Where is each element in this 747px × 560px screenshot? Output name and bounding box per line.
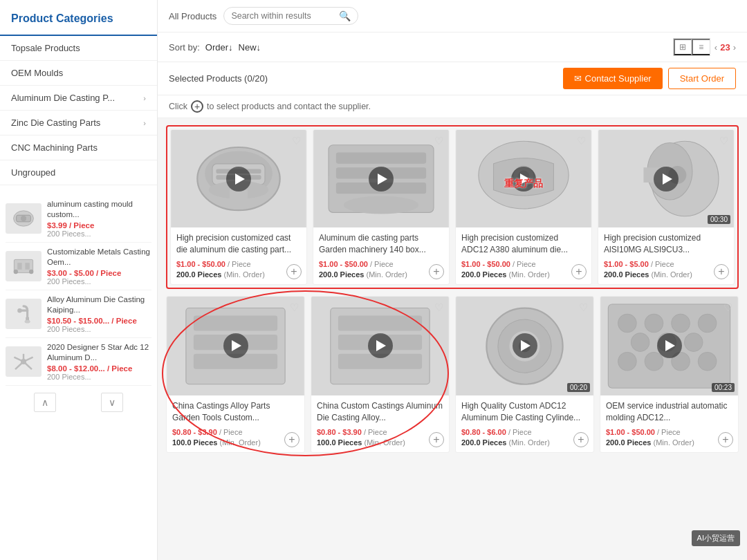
product-image: ♡ bbox=[311, 297, 449, 395]
chevron-right-icon: › bbox=[143, 119, 146, 127]
search-icon[interactable]: 🔍 bbox=[339, 10, 351, 21]
play-button[interactable] bbox=[226, 167, 251, 192]
product-row-2-wrapper: ♡ China Castings Alloy Parts Garden Tool… bbox=[166, 296, 739, 453]
svg-point-67 bbox=[698, 352, 716, 370]
video-duration: 00:23 bbox=[712, 383, 735, 392]
wishlist-icon[interactable]: ♡ bbox=[723, 301, 732, 314]
product-details: High precision customized ADC12 A380 alu… bbox=[456, 227, 591, 284]
email-icon: ✉ bbox=[574, 73, 582, 84]
sort-order[interactable]: Order↓ bbox=[205, 42, 233, 53]
grid-view-button[interactable]: ⊞ bbox=[674, 39, 692, 55]
product-card[interactable]: ♡ China Castings Alloy Parts Garden Tool… bbox=[166, 296, 305, 453]
search-box[interactable]: 🔍 bbox=[223, 7, 358, 25]
play-button[interactable] bbox=[369, 167, 394, 192]
product-details: High precision customized AlSI10MG ALSI9… bbox=[598, 227, 734, 284]
add-product-button[interactable]: + bbox=[429, 264, 444, 279]
top-bar: All Products 🔍 bbox=[158, 0, 747, 32]
svg-rect-42 bbox=[194, 315, 277, 330]
add-product-button[interactable]: + bbox=[286, 264, 302, 279]
products-area: ♡ High precision customized cast die alu… bbox=[158, 118, 747, 460]
play-button[interactable] bbox=[513, 333, 537, 358]
plus-icon: + bbox=[191, 100, 203, 113]
play-button[interactable] bbox=[511, 167, 536, 192]
product-card[interactable]: ♡ 重复产品 High precision customized ADC12 A… bbox=[455, 129, 592, 285]
product-moq: 200.0 Pieces (Min. Order) bbox=[461, 270, 586, 279]
sidebar-item-oem[interactable]: OEM Moulds bbox=[0, 61, 157, 86]
sidebar-prev-button[interactable]: ∧ bbox=[34, 393, 56, 412]
sidebar-product-item[interactable]: 2020 Designer 5 Star Adc 12 Aluminum D..… bbox=[6, 338, 151, 386]
svg-rect-47 bbox=[338, 315, 422, 330]
sidebar-item-aluminum[interactable]: Aluminum Die Casting P... › bbox=[0, 86, 157, 111]
list-view-button[interactable]: ≡ bbox=[692, 39, 710, 55]
click-hint: Click + to select products and contact t… bbox=[158, 95, 747, 118]
play-button[interactable] bbox=[654, 167, 679, 192]
play-button[interactable] bbox=[657, 333, 682, 358]
wishlist-icon[interactable]: ♡ bbox=[292, 135, 301, 147]
prev-page-button[interactable]: ‹ bbox=[714, 42, 717, 53]
wishlist-icon[interactable]: ♡ bbox=[719, 135, 728, 147]
add-product-button[interactable]: + bbox=[571, 264, 587, 279]
sidebar: Product Categories Topsale Products OEM … bbox=[0, 0, 158, 560]
product-price: $1.00 - $50.00 / Piece bbox=[176, 259, 301, 269]
svg-point-6 bbox=[14, 270, 18, 274]
sidebar-product-item[interactable]: Alloy Aluminum Die Casting Kaiping... $1… bbox=[6, 290, 151, 338]
wishlist-icon[interactable]: ♡ bbox=[290, 301, 299, 314]
product-row-1: ♡ High precision customized cast die alu… bbox=[170, 129, 735, 285]
product-row-2: ♡ China Castings Alloy Parts Garden Tool… bbox=[166, 296, 739, 453]
sidebar-product-item[interactable]: Customizable Metals Casting Oem... $3.00… bbox=[6, 243, 151, 290]
watermark: AI小贸运营 bbox=[692, 530, 740, 546]
sort-label: Sort by: bbox=[169, 42, 200, 53]
product-image: ♡ 00:20 bbox=[456, 297, 593, 395]
wishlist-icon[interactable]: ♡ bbox=[434, 301, 443, 314]
product-details: Aluminum die casting parts Garden machin… bbox=[313, 227, 449, 284]
product-moq: 200.0 Pieces (Min. Order) bbox=[176, 270, 301, 279]
search-input[interactable] bbox=[231, 11, 335, 21]
svg-point-58 bbox=[645, 314, 663, 332]
product-card[interactable]: ♡ 00:20 High Quality Custom ADC12 Alumin… bbox=[455, 296, 594, 453]
product-card[interactable]: ♡ Aluminum die casting parts Garden mach… bbox=[313, 129, 450, 285]
next-page-button[interactable]: › bbox=[733, 42, 736, 53]
selected-count: Selected Products (0/20) bbox=[169, 73, 268, 84]
sidebar-product-image bbox=[6, 299, 42, 329]
product-price: $1.00 - $50.00 / Piece bbox=[461, 259, 586, 269]
sidebar-product-image bbox=[6, 203, 42, 234]
svg-point-2 bbox=[21, 216, 26, 221]
selected-bar: Selected Products (0/20) ✉ Contact Suppl… bbox=[158, 62, 747, 95]
svg-line-13 bbox=[24, 362, 32, 369]
sidebar-next-button[interactable]: ∨ bbox=[101, 393, 123, 412]
sidebar-item-zinc[interactable]: Zinc Die Casting Parts › bbox=[0, 111, 157, 136]
sidebar-product-image bbox=[6, 251, 42, 281]
product-card[interactable]: ♡ China Custom Castings Aluminum Die Cas… bbox=[311, 296, 450, 453]
add-product-button[interactable]: + bbox=[284, 432, 299, 447]
product-moq: 200.0 Pieces (Min. Order) bbox=[461, 438, 588, 447]
svg-rect-5 bbox=[25, 263, 29, 270]
sidebar-item-topsale[interactable]: Topsale Products bbox=[0, 36, 157, 61]
pagination: ‹ 23 › bbox=[714, 42, 736, 53]
play-button[interactable] bbox=[223, 333, 248, 358]
sort-new[interactable]: New↓ bbox=[239, 42, 261, 53]
add-product-button[interactable]: + bbox=[573, 432, 589, 447]
start-order-button[interactable]: Start Order bbox=[668, 68, 736, 89]
play-button[interactable] bbox=[368, 333, 393, 358]
sidebar-nav: ∧ ∨ bbox=[0, 386, 157, 412]
add-product-button[interactable]: + bbox=[429, 432, 444, 447]
wishlist-icon[interactable]: ♡ bbox=[577, 135, 586, 147]
add-product-button[interactable]: + bbox=[714, 264, 729, 279]
wishlist-icon[interactable]: ♡ bbox=[434, 135, 443, 147]
product-image: ♡ bbox=[456, 130, 591, 227]
svg-rect-24 bbox=[230, 190, 248, 204]
product-card[interactable]: ♡ 00:23 OEM service industrial automatic… bbox=[600, 296, 739, 453]
view-toggle: ⊞ ≡ bbox=[673, 38, 710, 56]
add-product-button[interactable]: + bbox=[718, 432, 733, 447]
svg-point-61 bbox=[631, 333, 649, 351]
product-image: ♡ 00:30 bbox=[598, 130, 734, 227]
sidebar-item-ungrouped[interactable]: Ungrouped bbox=[0, 160, 157, 185]
product-card[interactable]: ♡ 00:30 High precision customized AlSI10… bbox=[598, 129, 735, 285]
sidebar-item-cnc[interactable]: CNC Machining Parts bbox=[0, 136, 157, 160]
sidebar-product-item[interactable]: aluminum casting mould custom... $3.99 /… bbox=[6, 195, 151, 243]
contact-supplier-button[interactable]: ✉ Contact Supplier bbox=[563, 68, 663, 89]
wishlist-icon[interactable]: ♡ bbox=[579, 301, 588, 314]
product-card[interactable]: ♡ High precision customized cast die alu… bbox=[170, 129, 307, 285]
svg-point-7 bbox=[29, 270, 33, 274]
video-duration: 00:30 bbox=[708, 215, 730, 224]
